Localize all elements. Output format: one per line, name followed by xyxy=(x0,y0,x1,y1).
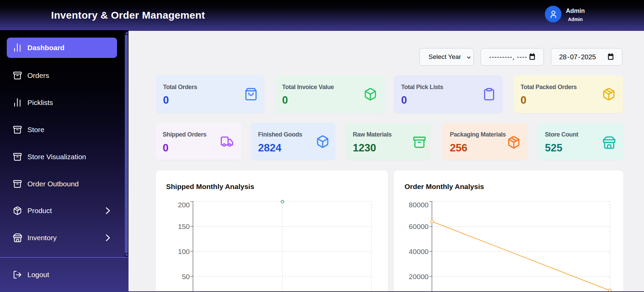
svg-text:50: 50 xyxy=(182,273,190,280)
svg-text:60000: 60000 xyxy=(409,223,429,230)
svg-text:150: 150 xyxy=(178,223,190,230)
svg-text:200: 200 xyxy=(178,201,190,209)
svg-text:40000: 40000 xyxy=(409,248,429,255)
svg-text:20000: 20000 xyxy=(409,273,429,280)
svg-text:80000: 80000 xyxy=(409,201,429,209)
svg-text:100: 100 xyxy=(178,248,190,255)
